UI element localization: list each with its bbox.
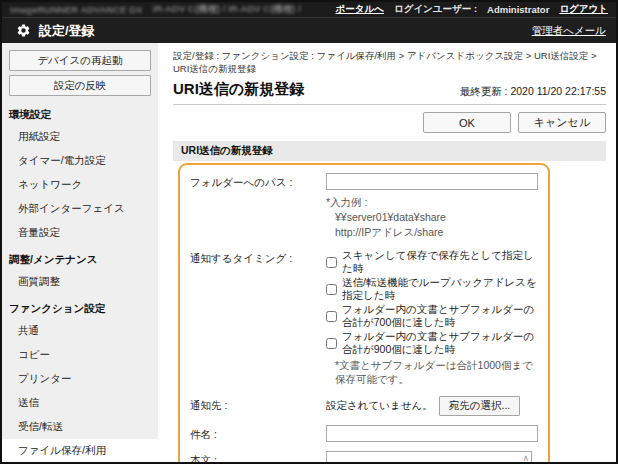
timing-option-loopback[interactable]: 送信/転送機能でループバックアドレスを指定した時: [326, 276, 542, 302]
page-title-row: URI送信の新規登録 最終更新 : 2020 11/20 22:17:55: [173, 76, 606, 105]
timing-checkbox-1[interactable]: [326, 284, 337, 295]
notify-destination-row: 通知先 : 設定されていません。 宛先の選択...: [190, 396, 542, 416]
timing-note: *文書とサブフォルダーは合計1000個まで保存可能です。: [326, 359, 542, 387]
sidebar-item-common[interactable]: 共通: [2, 319, 158, 343]
subject-input[interactable]: [326, 425, 538, 442]
login-user-label: ログインユーザー :: [394, 3, 477, 16]
apply-settings-button[interactable]: 設定の反映: [9, 75, 151, 96]
body-textarea-wrap: ∧ ∨: [326, 451, 532, 464]
sidebar-item-image-quality[interactable]: 画質調整: [2, 270, 158, 294]
subject-row: 件名 :: [190, 425, 542, 442]
folder-path-row: フォルダーへのパス : *入力例 : ¥¥server01¥data¥share…: [190, 173, 542, 240]
sidebar-item-printer[interactable]: プリンター: [2, 367, 158, 391]
timing-option-900-items[interactable]: フォルダー内の文書とサブフォルダーの合計が900個に達した時: [326, 330, 542, 356]
timing-option-label-2: フォルダー内の文書とサブフォルダーの合計が700個に達した時: [342, 303, 542, 329]
timing-checkbox-3[interactable]: [326, 338, 337, 349]
timing-option-700-items[interactable]: フォルダー内の文書とサブフォルダーの合計が700個に達した時: [326, 303, 542, 329]
admin-mail-link[interactable]: 管理者へメール: [532, 24, 606, 38]
body-label: 本文 :: [190, 451, 326, 464]
notify-destination-status: 設定されていません。: [326, 399, 433, 413]
subject-label: 件名 :: [190, 425, 326, 442]
timing-option-label-3: フォルダー内の文書とサブフォルダーの合計が900個に達した時: [342, 330, 542, 356]
breadcrumb[interactable]: 設定/登録 : ファンクション設定 : ファイル保存/利用 > アドバンスドボッ…: [173, 50, 606, 76]
gear-icon: [16, 23, 31, 38]
timing-option-label-1: 送信/転送機能でループバックアドレスを指定した時: [342, 276, 542, 302]
sidebar-section-function-settings: ファンクション設定: [2, 294, 158, 319]
login-user-value: Administrator: [487, 4, 549, 15]
sidebar-item-send[interactable]: 送信: [2, 391, 158, 415]
highlight-callout: フォルダーへのパス : *入力例 : ¥¥server01¥data¥share…: [178, 163, 550, 464]
sidebar-section-preferences: 環境設定: [2, 100, 158, 125]
last-updated: 最終更新 : 2020 11/20 22:17:55: [460, 85, 606, 99]
sidebar-item-copy[interactable]: コピー: [2, 343, 158, 367]
body-textarea[interactable]: [326, 451, 532, 464]
app-title: 設定/登録: [39, 22, 95, 40]
folder-path-hints: *入力例 : ¥¥server01¥data¥share http://IPアド…: [326, 195, 542, 240]
timing-option-scan-save[interactable]: スキャンして保存で保存先として指定した時: [326, 249, 542, 275]
hint-example-unc: ¥¥server01¥data¥share: [326, 210, 542, 225]
select-destination-button[interactable]: 宛先の選択...: [439, 396, 521, 416]
folder-path-label: フォルダーへのパス :: [190, 173, 326, 240]
sidebar-item-receive-forward[interactable]: 受信/転送: [2, 415, 158, 439]
action-buttons-row: OK キャンセル: [173, 112, 606, 133]
device-name-redacted: iR-ADV C(機種) / iR-ADV C(機種) /: [153, 3, 301, 16]
sidebar-section-adjustment-maintenance: 調整/メンテナンス: [2, 245, 158, 270]
ok-button[interactable]: OK: [423, 112, 511, 133]
settings-sidebar: デバイスの再起動 設定の反映 環境設定 用紙設定 タイマー/電力設定 ネットワー…: [2, 43, 158, 462]
hint-example-http: http://IPアドレス/share: [326, 225, 542, 240]
hint-title: *入力例 :: [326, 195, 542, 210]
timing-option-label-0: スキャンして保存で保存先として指定した時: [342, 249, 542, 275]
sidebar-item-network[interactable]: ネットワーク: [2, 173, 158, 197]
cancel-button[interactable]: キャンセル: [518, 112, 606, 133]
top-status-bar: imageRUNNER ADVANCE DX iR-ADV C(機種) / iR…: [2, 2, 616, 17]
sidebar-item-external-interface[interactable]: 外部インターフェイス: [2, 197, 158, 221]
device-model-redacted: imageRUNNER ADVANCE DX: [10, 4, 143, 15]
remote-ui-window: imageRUNNER ADVANCE DX iR-ADV C(機種) / iR…: [0, 0, 618, 464]
body-row: 本文 : ∧ ∨: [190, 451, 542, 464]
sidebar-item-paper-settings[interactable]: 用紙設定: [2, 125, 158, 149]
app-title-bar: 設定/登録 管理者へメール: [2, 17, 616, 43]
main-content: 設定/登録 : ファンクション設定 : ファイル保存/利用 > アドバンスドボッ…: [158, 43, 616, 462]
sidebar-item-timer-energy-settings[interactable]: タイマー/電力設定: [2, 149, 158, 173]
logout-link[interactable]: ログアウト: [559, 3, 608, 16]
page-title: URI送信の新規登録: [173, 80, 304, 99]
timing-checkbox-0[interactable]: [326, 257, 337, 268]
notify-destination-label: 通知先 :: [190, 396, 326, 416]
restart-device-button[interactable]: デバイスの再起動: [9, 50, 151, 71]
notify-timing-row: 通知するタイミング : スキャンして保存で保存先として指定した時 送信/転送機能…: [190, 249, 542, 387]
portal-link[interactable]: ポータルへ: [336, 3, 384, 16]
sidebar-item-file-storage-use[interactable]: ファイル保存/利用: [2, 439, 158, 462]
sidebar-item-volume-settings[interactable]: 音量設定: [2, 221, 158, 245]
timing-checkbox-2[interactable]: [326, 311, 337, 322]
notify-timing-label: 通知するタイミング :: [190, 249, 326, 387]
folder-path-input[interactable]: [326, 173, 538, 190]
section-title-bar: URI送信の新規登録: [173, 141, 606, 161]
